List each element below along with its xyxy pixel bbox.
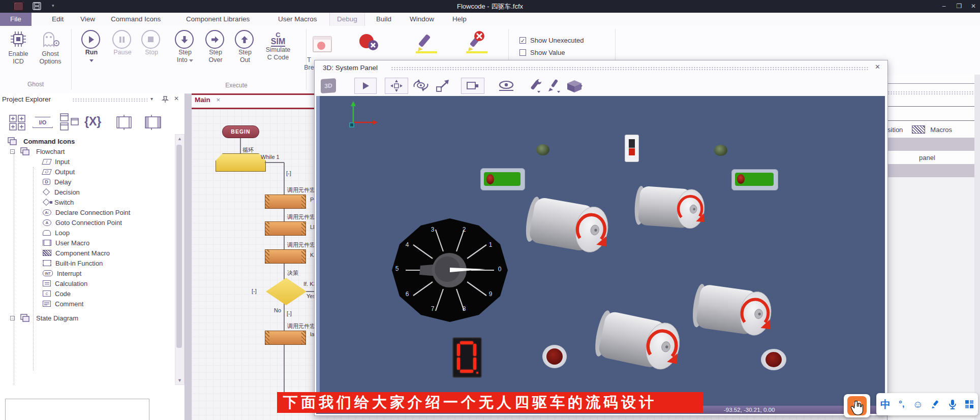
- 3d-panel-drag-handle[interactable]: [391, 67, 869, 71]
- tree-item-flowchart[interactable]: − Flowchart: [0, 146, 173, 156]
- tree-item-loop[interactable]: Loop: [0, 228, 173, 238]
- macro-windows-icon[interactable]: [59, 113, 80, 132]
- close-button[interactable]: ✕: [967, 1, 979, 11]
- cube-view-icon[interactable]: [565, 78, 584, 95]
- expander-icon[interactable]: −: [10, 149, 15, 154]
- led-bar-component[interactable]: [480, 168, 525, 190]
- table-row[interactable]: panel: [887, 151, 974, 164]
- scroll-up-icon[interactable]: ▲: [175, 136, 184, 141]
- menu-help[interactable]: Help: [445, 13, 474, 26]
- ime-emoji-icon[interactable]: ☺: [913, 399, 923, 410]
- flow-component-macro-1[interactable]: [265, 195, 306, 209]
- menu-command-icons[interactable]: Command Icons: [104, 13, 168, 26]
- tab-close-icon[interactable]: ×: [217, 96, 221, 104]
- menu-build[interactable]: Build: [369, 13, 399, 26]
- menu-component-libraries[interactable]: Component Libraries: [179, 13, 257, 26]
- tree-item-code[interactable]: c Code: [0, 288, 173, 299]
- tree-item-calculation[interactable]: Calculation: [0, 278, 173, 288]
- tree-item-comment[interactable]: Comment: [0, 299, 173, 309]
- show-unexecuted-checkbox[interactable]: ✓ Show Unexecuted: [519, 37, 584, 44]
- 3d-panel-close-icon[interactable]: ✕: [875, 63, 880, 71]
- component-macro-toolbar-icon[interactable]: [140, 115, 166, 130]
- frame-select-button[interactable]: [461, 78, 484, 94]
- tree-item-built-in-function[interactable]: Built-in Function: [0, 258, 173, 268]
- run-button[interactable]: Run: [80, 30, 103, 64]
- dashboard-icon[interactable]: [8, 114, 28, 131]
- table-row[interactable]: [887, 164, 974, 177]
- scrollbar-thumb[interactable]: [176, 145, 182, 348]
- tree-item-goto-connection-point[interactable]: A Goto Connection Point: [0, 217, 173, 228]
- push-button-component[interactable]: [542, 345, 567, 368]
- led-bar-component[interactable]: [731, 169, 778, 190]
- menu-edit[interactable]: Edit: [45, 13, 71, 26]
- table-row[interactable]: [887, 138, 974, 151]
- seven-segment-display[interactable]: [452, 337, 482, 378]
- tools-wrench-icon[interactable]: [527, 79, 542, 95]
- flow-component-macro-2[interactable]: [265, 221, 306, 236]
- tab-main[interactable]: Main ×: [195, 96, 220, 104]
- pause-button[interactable]: Pause: [110, 30, 135, 56]
- menu-window[interactable]: Window: [403, 13, 441, 26]
- paint-brush-icon[interactable]: [546, 79, 561, 95]
- step-out-button[interactable]: StepOut: [234, 30, 256, 64]
- menu-user-macros[interactable]: User Macros: [271, 13, 324, 26]
- menu-view[interactable]: View: [73, 13, 102, 26]
- ghost-options-button[interactable]: GhostOptions: [36, 30, 65, 66]
- flow-begin-node[interactable]: BEGIN: [222, 125, 259, 138]
- tree-item-state-diagram[interactable]: − State Diagram: [0, 313, 173, 323]
- motor-component[interactable]: [589, 302, 696, 382]
- flow-collapse-indicator[interactable]: [-]: [287, 310, 292, 316]
- minimize-button[interactable]: –: [938, 1, 950, 11]
- clear-all-breakpoints-icon[interactable]: [356, 32, 381, 55]
- tree-item-delay[interactable]: D Delay: [0, 177, 173, 187]
- explorer-scrollbar[interactable]: ▲ ▼: [175, 134, 185, 385]
- toggle-breakpoint-icon[interactable]: [313, 36, 332, 54]
- menu-file[interactable]: File: [0, 13, 32, 26]
- switch-component[interactable]: [625, 135, 639, 162]
- flow-component-macro-3[interactable]: [265, 249, 306, 264]
- expander-icon[interactable]: −: [10, 316, 15, 320]
- flow-while-node[interactable]: [216, 153, 266, 172]
- reset-code-pencil-icon[interactable]: [460, 30, 488, 56]
- led-component[interactable]: [714, 145, 727, 156]
- scroll-down-icon[interactable]: ▼: [175, 378, 184, 383]
- rotate-tool-icon[interactable]: [412, 79, 430, 94]
- panel-dropdown-icon[interactable]: ▾: [150, 96, 153, 102]
- flow-collapse-indicator[interactable]: [-]: [286, 170, 291, 176]
- led-component[interactable]: [536, 144, 549, 155]
- push-button-component[interactable]: [761, 349, 786, 370]
- tree-item-interrupt[interactable]: INT Interrupt: [0, 268, 173, 278]
- show-code-pencil-icon[interactable]: [413, 32, 439, 56]
- user-macro-toolbar-icon[interactable]: [113, 115, 135, 130]
- show-value-checkbox[interactable]: Show Value: [519, 49, 565, 56]
- 3d-viewport[interactable]: 0 1 2 3 4 5 6 7 8 9: [316, 96, 885, 406]
- simulate-c-code-button[interactable]: C SIM SimulateC Code: [262, 30, 294, 61]
- tree-item-component-macro[interactable]: Component Macro: [0, 248, 173, 258]
- stop-button[interactable]: Stop: [140, 30, 163, 56]
- tree-item-declare-connection-point[interactable]: A: Declare Connection Point: [0, 207, 173, 217]
- enable-icd-button[interactable]: EnableICD: [6, 30, 30, 66]
- expression-icon[interactable]: {X}: [84, 115, 101, 128]
- motor-component[interactable]: [522, 188, 622, 263]
- run-simulation-button[interactable]: [354, 78, 377, 94]
- scale-tool-icon[interactable]: [436, 79, 451, 95]
- move-tool-button[interactable]: [385, 78, 408, 94]
- pin-icon[interactable]: [162, 95, 169, 103]
- panel-close-icon[interactable]: ✕: [174, 95, 179, 102]
- menu-debug[interactable]: Debug: [329, 13, 365, 26]
- ime-chinese-mode-icon[interactable]: 中: [880, 398, 891, 411]
- panel-drag-handle[interactable]: [72, 98, 147, 102]
- step-into-button[interactable]: StepInto: [173, 30, 197, 64]
- flow-collapse-indicator[interactable]: [-]: [252, 288, 257, 294]
- maximize-button[interactable]: ❐: [953, 1, 965, 11]
- tree-item-user-macro[interactable]: User Macro: [0, 238, 173, 248]
- flow-component-macro-4[interactable]: [265, 331, 306, 345]
- io-icon[interactable]: I/O: [33, 117, 53, 128]
- ime-punctuation-icon[interactable]: °,: [899, 399, 905, 409]
- step-over-button[interactable]: StepOver: [203, 30, 228, 64]
- tree-item-decision[interactable]: Decision: [0, 187, 173, 197]
- ime-pen-icon[interactable]: [931, 400, 940, 409]
- motor-component[interactable]: [687, 276, 786, 345]
- ime-toolbox-grid-icon[interactable]: [965, 400, 974, 409]
- tree-item-input[interactable]: lInput: [0, 156, 173, 167]
